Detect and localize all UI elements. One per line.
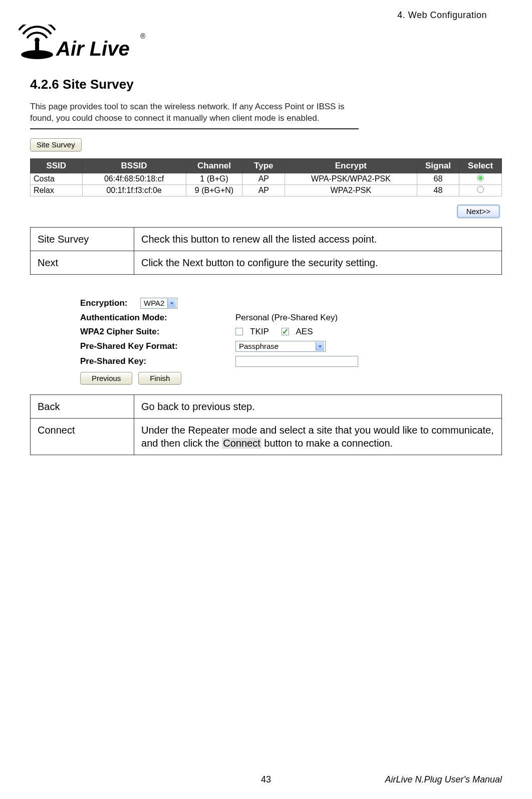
brand-logo: Air Live ®	[15, 25, 502, 65]
def-value: Go back to previous step.	[134, 394, 502, 418]
auth-mode-value: Personal (Pre-Shared Key)	[235, 313, 461, 323]
page-number: 43	[187, 774, 345, 785]
tkip-checkbox[interactable]	[235, 328, 243, 335]
manual-title: AirLive N.Plug User's Manual	[345, 774, 502, 785]
psk-label: Pre-Shared Key:	[80, 356, 235, 366]
col-signal: Signal	[417, 158, 459, 173]
svg-point-2	[35, 38, 40, 43]
chevron-down-icon	[167, 299, 176, 308]
previous-button[interactable]: Previous	[80, 372, 132, 384]
table-row: Costa 06:4f:68:50:18:cf 1 (B+G) AP WPA-P…	[31, 173, 502, 184]
def-value: Under the Repeater mode and select a sit…	[134, 418, 502, 455]
col-channel: Channel	[186, 158, 242, 173]
page-footer: 43 AirLive N.Plug User's Manual	[30, 774, 502, 785]
aes-checkbox[interactable]	[282, 328, 289, 335]
divider	[30, 128, 359, 129]
definitions-table-1: Site Survey Check this button to renew a…	[30, 227, 502, 275]
svg-text:Air Live: Air Live	[56, 38, 130, 60]
encryption-select[interactable]: WPA2	[140, 298, 177, 309]
col-select: Select	[459, 158, 502, 173]
chapter-header: 4. Web Configuration	[30, 10, 502, 21]
psk-input[interactable]	[235, 356, 358, 367]
def-value: Check this button to renew all the liste…	[134, 227, 502, 251]
connect-highlight: Connect	[222, 438, 261, 449]
select-radio-icon[interactable]	[477, 186, 484, 193]
aes-label: AES	[296, 327, 313, 337]
airlive-logo-icon: Air Live ®	[15, 25, 145, 65]
chevron-down-icon	[316, 342, 324, 351]
svg-rect-1	[35, 42, 39, 53]
shot-description: This page provides tool to scan the wire…	[30, 101, 361, 124]
def-key: Next	[31, 251, 134, 274]
table-row: Relax 00:1f:1f:f3:cf:0e 9 (B+G+N) AP WPA…	[31, 184, 502, 196]
encryption-label: Encryption:	[80, 298, 140, 308]
col-bssid: BSSID	[82, 158, 186, 173]
next-button[interactable]: Next>>	[457, 205, 500, 218]
auth-mode-label: Authentication Mode:	[80, 313, 235, 323]
site-survey-screenshot: This page provides tool to scan the wire…	[30, 101, 502, 218]
col-type: Type	[242, 158, 285, 173]
def-key: Back	[31, 394, 134, 418]
psk-format-select[interactable]: Passphrase	[235, 341, 326, 352]
definitions-table-2: Back Go back to previous step. Connect U…	[30, 394, 502, 455]
def-key: Site Survey	[31, 227, 134, 251]
def-key: Connect	[31, 418, 134, 455]
security-setting-screenshot: Encryption: WPA2 Authentication Mode: Pe…	[80, 298, 461, 384]
tkip-label: TKIP	[250, 327, 269, 337]
site-survey-table: SSID BSSID Channel Type Encrypt Signal S…	[30, 158, 502, 196]
section-heading: 4.2.6 Site Survey	[30, 77, 502, 92]
select-radio-icon[interactable]	[477, 174, 484, 181]
psk-format-label: Pre-Shared Key Format:	[80, 341, 235, 351]
svg-text:®: ®	[140, 32, 145, 40]
col-ssid: SSID	[31, 158, 83, 173]
finish-button[interactable]: Finish	[138, 372, 181, 384]
cipher-suite-label: WPA2 Cipher Suite:	[80, 327, 235, 337]
site-survey-button[interactable]: Site Survey	[30, 138, 82, 151]
def-value: Click the Next button to configure the s…	[134, 251, 502, 274]
col-encrypt: Encrypt	[285, 158, 417, 173]
